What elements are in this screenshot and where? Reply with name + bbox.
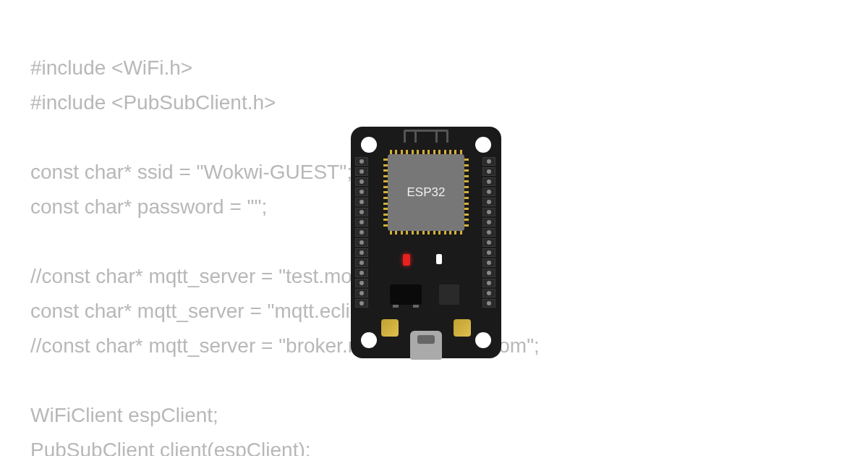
chip-pins-icon xyxy=(464,159,469,227)
gpio-header-right xyxy=(482,157,497,308)
mounting-hole-icon xyxy=(361,332,377,348)
mounting-hole-icon xyxy=(475,137,491,153)
blank-line xyxy=(30,363,540,398)
boot-button[interactable] xyxy=(381,319,399,337)
led-red-icon xyxy=(403,254,410,266)
voltage-regulator-icon xyxy=(390,284,422,305)
code-line: #include <WiFi.h> xyxy=(30,51,540,85)
mounting-hole-icon xyxy=(475,332,491,348)
code-line: WiFiClient espClient; xyxy=(30,398,540,433)
usb-port-icon xyxy=(410,331,442,360)
usb-chip-icon xyxy=(439,284,459,305)
enable-button[interactable] xyxy=(454,319,471,337)
esp32-board[interactable]: ESP32 xyxy=(351,127,501,358)
code-line: #include <PubSubClient.h> xyxy=(30,85,540,120)
esp32-chip: ESP32 xyxy=(388,154,464,231)
gpio-header-left xyxy=(355,157,370,308)
led-white-icon xyxy=(436,254,442,264)
mounting-hole-icon xyxy=(361,137,377,153)
code-line: PubSubClient client(espClient); xyxy=(30,433,540,456)
antenna-icon xyxy=(404,130,448,143)
chip-label: ESP32 xyxy=(407,185,446,200)
